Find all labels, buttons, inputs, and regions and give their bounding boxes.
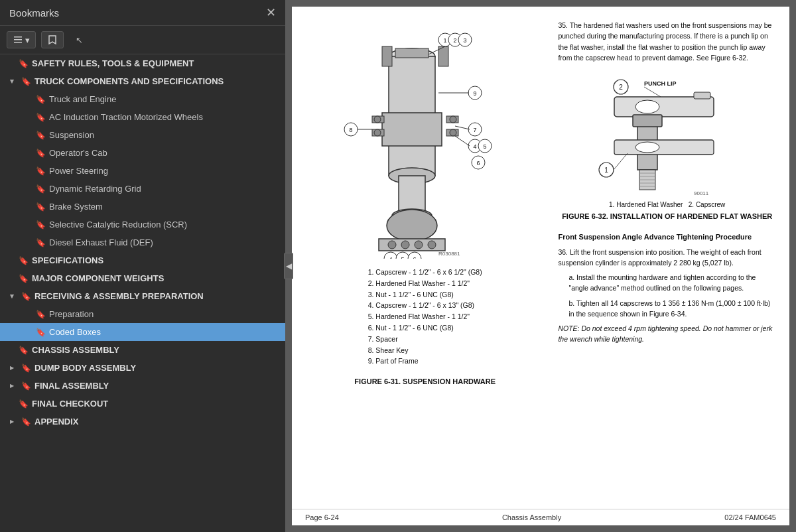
sidebar-item-label-appendix: APPENDIX bbox=[34, 417, 78, 427]
figure-632-svg: 2 PUNCH LIP bbox=[594, 74, 740, 200]
parts-list-item: 7. Spacer bbox=[368, 334, 482, 345]
svg-text:R030881: R030881 bbox=[438, 251, 460, 257]
sidebar-item-final-checkout[interactable]: 🔖FINAL CHECKOUT bbox=[0, 395, 285, 413]
sidebar-item-label-coded-boxes: Coded Boxes bbox=[49, 327, 101, 337]
sidebar-item-coded-boxes[interactable]: 🔖Coded Boxes bbox=[0, 323, 285, 341]
bookmark-icon-ac-induction: 🔖 bbox=[34, 113, 46, 122]
bookmark-icon-truck-engine: 🔖 bbox=[34, 95, 46, 104]
figure-632-container: 2 PUNCH LIP bbox=[558, 74, 776, 222]
sidebar-item-final-assembly[interactable]: ▸🔖FINAL ASSEMBLY bbox=[0, 377, 285, 395]
svg-rect-7 bbox=[382, 46, 392, 66]
sidebar-item-receiving-assembly[interactable]: ▾🔖RECEIVING & ASSEMBLY PREPARATION bbox=[0, 287, 285, 305]
sidebar-item-label-suspension: Suspension bbox=[49, 130, 94, 140]
para-36: 36. Lift the front suspension into posit… bbox=[558, 247, 776, 269]
bookmark-icon-truck-components: 🔖 bbox=[20, 77, 32, 86]
figure-631-container: 1 2 3 4 5 6 bbox=[305, 20, 545, 259]
svg-text:6: 6 bbox=[476, 160, 480, 166]
svg-text:9: 9 bbox=[473, 90, 476, 97]
chapter-name: Chassis Assembly bbox=[502, 513, 561, 521]
parts-list-item: 9. Part of Frame bbox=[368, 356, 482, 367]
sidebar-item-appendix[interactable]: ▸🔖APPENDIX bbox=[0, 413, 285, 431]
bookmark-icon-def: 🔖 bbox=[34, 238, 46, 247]
sidebar-item-label-dump-body: DUMP BODY ASSEMBLY bbox=[34, 363, 136, 373]
sidebar-collapse-button[interactable]: ◀ bbox=[284, 253, 293, 279]
svg-text:5: 5 bbox=[483, 143, 486, 150]
parts-list: 1. Capscrew - 1 1/2" - 6 x 6 1/2" (G8)2.… bbox=[368, 267, 482, 367]
svg-point-22 bbox=[388, 241, 396, 249]
bookmark-icon-specifications: 🔖 bbox=[17, 256, 29, 265]
sidebar-item-power-steering[interactable]: 🔖Power Steering bbox=[0, 162, 285, 180]
svg-rect-8 bbox=[438, 46, 448, 66]
sidebar-item-label-operators-cab: Operator's Cab bbox=[49, 148, 107, 158]
sidebar-item-label-truck-components: TRUCK COMPONENTS AND SPECIFICATIONS bbox=[34, 76, 224, 86]
sidebar-item-label-final-assembly: FINAL ASSEMBLY bbox=[34, 381, 109, 391]
bookmark-icon-brake-system: 🔖 bbox=[34, 202, 46, 212]
page-number: Page 6-24 bbox=[305, 513, 339, 521]
sidebar-item-label-preparation: Preparation bbox=[49, 309, 94, 319]
para-35-text: 35. The hardened flat washers used on th… bbox=[558, 20, 776, 63]
sidebar-item-specifications[interactable]: 🔖SPECIFICATIONS bbox=[0, 251, 285, 269]
bookmark-icon-final-assembly: 🔖 bbox=[20, 381, 32, 391]
fig632-labels: 1. Hardened Flat Washer 2. Capscrew bbox=[609, 200, 725, 210]
bookmark-icon-preparation: 🔖 bbox=[34, 310, 46, 319]
pdf-right-column: 35. The hardened flat washers used on th… bbox=[558, 20, 776, 502]
svg-point-25 bbox=[428, 241, 436, 249]
sidebar-item-label-safety-rules: SAFETY RULES, TOOLS & EQUIPMENT bbox=[32, 58, 194, 68]
svg-text:1: 1 bbox=[443, 37, 446, 44]
sidebar-item-operators-cab[interactable]: 🔖Operator's Cab bbox=[0, 144, 285, 162]
bookmark-icon-scr: 🔖 bbox=[34, 220, 46, 230]
svg-line-37 bbox=[455, 136, 470, 146]
svg-rect-1 bbox=[14, 39, 22, 40]
close-button[interactable]: ✕ bbox=[266, 7, 276, 19]
sidebar-item-suspension[interactable]: 🔖Suspension bbox=[0, 126, 285, 144]
sidebar-item-dynamic-retarding[interactable]: 🔖Dynamic Retarding Grid bbox=[0, 180, 285, 198]
svg-text:8: 8 bbox=[349, 127, 352, 133]
sidebar-item-scr[interactable]: 🔖Selective Catalytic Reduction (SCR) bbox=[0, 216, 285, 233]
sidebar-item-truck-engine[interactable]: 🔖Truck and Engine bbox=[0, 90, 285, 108]
sidebar-item-label-brake-system: Brake System bbox=[49, 202, 103, 212]
sidebar-title: Bookmarks bbox=[9, 7, 59, 19]
svg-point-23 bbox=[401, 241, 409, 249]
sidebar-item-label-dynamic-retarding: Dynamic Retarding Grid bbox=[49, 184, 141, 194]
expand-arrow-dump-body: ▸ bbox=[7, 364, 17, 372]
sub-a: a. Install the mounting hardware and tig… bbox=[558, 272, 776, 294]
svg-point-15 bbox=[374, 129, 381, 136]
bookmark-icon-final-checkout: 🔖 bbox=[17, 399, 29, 409]
list-icon bbox=[13, 34, 23, 45]
svg-rect-60 bbox=[614, 97, 714, 117]
pdf-footer: Page 6-24 Chassis Assembly 02/24 FAM0645 bbox=[292, 509, 789, 525]
sidebar-item-major-weights[interactable]: 🔖MAJOR COMPONENT WEIGHTS bbox=[0, 269, 285, 287]
sidebar-item-truck-components[interactable]: ▾🔖TRUCK COMPONENTS AND SPECIFICATIONS bbox=[0, 72, 285, 90]
expand-arrow-receiving-assembly: ▾ bbox=[7, 292, 17, 300]
bookmark-icon-receiving-assembly: 🔖 bbox=[20, 292, 32, 301]
svg-line-42 bbox=[455, 126, 470, 129]
svg-text:4: 4 bbox=[473, 143, 476, 150]
svg-rect-6 bbox=[395, 48, 429, 58]
list-view-button[interactable]: ▾ bbox=[7, 31, 36, 48]
front-susp-heading: Front Suspension Angle Advance Tightenin… bbox=[558, 232, 776, 243]
sidebar-item-brake-system[interactable]: 🔖Brake System bbox=[0, 198, 285, 216]
sidebar-item-dump-body[interactable]: ▸🔖DUMP BODY ASSEMBLY bbox=[0, 359, 285, 377]
parts-list-item: 1. Capscrew - 1 1/2" - 6 x 6 1/2" (G8) bbox=[368, 267, 482, 278]
sidebar-item-label-ac-induction: AC Induction Traction Motorized Wheels bbox=[49, 112, 203, 122]
fig632-caption: FIGURE 6-32. INSTALLATION OF HARDENED FL… bbox=[562, 211, 772, 222]
parts-list-item: 6. Nut - 1 1/2" - 6 UNC (G8) bbox=[368, 322, 482, 334]
sidebar-item-chassis-assembly[interactable]: 🔖CHASSIS ASSEMBLY bbox=[0, 341, 285, 359]
sidebar-item-preparation[interactable]: 🔖Preparation bbox=[0, 305, 285, 323]
sidebar-item-def[interactable]: 🔖Diesel Exhaust Fluid (DEF) bbox=[0, 233, 285, 251]
svg-rect-0 bbox=[14, 36, 22, 38]
bookmark-icon-safety-rules: 🔖 bbox=[17, 59, 29, 68]
bookmark-tool-button[interactable] bbox=[41, 31, 64, 48]
svg-text:3: 3 bbox=[463, 37, 466, 44]
sidebar-item-safety-rules[interactable]: 🔖SAFETY RULES, TOOLS & EQUIPMENT bbox=[0, 54, 285, 72]
fig632-label1: 1. Hardened Flat Washer bbox=[609, 201, 683, 208]
cursor-indicator: ↖ bbox=[76, 35, 83, 45]
svg-rect-61 bbox=[694, 92, 710, 99]
bookmark-icon-chassis-assembly: 🔖 bbox=[17, 346, 29, 355]
figure-631-svg: 1 2 3 4 5 6 bbox=[332, 20, 518, 259]
sidebar-content[interactable]: 🔖SAFETY RULES, TOOLS & EQUIPMENT▾🔖TRUCK … bbox=[0, 54, 285, 532]
sidebar-item-label-power-steering: Power Steering bbox=[49, 166, 108, 176]
sidebar-item-ac-induction[interactable]: 🔖AC Induction Traction Motorized Wheels bbox=[0, 108, 285, 126]
bookmark-icon-operators-cab: 🔖 bbox=[34, 149, 46, 158]
bookmark-icon-coded-boxes: 🔖 bbox=[34, 328, 46, 337]
